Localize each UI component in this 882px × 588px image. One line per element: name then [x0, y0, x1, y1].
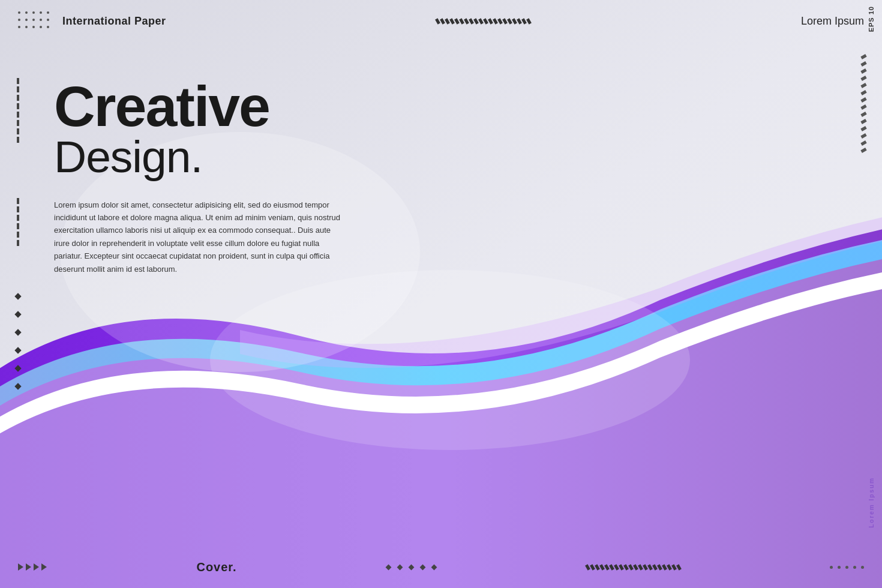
- top-center-dashes: [436, 19, 530, 24]
- header-lorem-ipsum: Lorem Ipsum: [801, 15, 864, 28]
- bottom-dash-decoration: [586, 565, 680, 570]
- bottom-dots-decoration: [830, 566, 864, 569]
- subheadline: Design.: [54, 132, 342, 182]
- eps-label: EPS 10: [868, 6, 875, 32]
- top-bar: International Paper Lorem Ipsum: [0, 0, 882, 42]
- left-dash-decoration-top: [17, 78, 19, 143]
- dot-grid-decoration: [18, 11, 52, 31]
- top-left-section: International Paper: [18, 11, 166, 31]
- left-dash-decoration-mid: [17, 198, 19, 246]
- page: International Paper Lorem Ipsum EPS 10: [0, 0, 882, 588]
- headline: Creative: [54, 78, 342, 135]
- main-content: Creative Design. Lorem ipsum dolor sit a…: [54, 78, 342, 275]
- right-dash-decoration: [862, 54, 865, 153]
- brand-name: International Paper: [62, 15, 166, 28]
- bottom-diamond-decorations: [386, 565, 436, 569]
- left-diamond-decorations: [16, 294, 20, 389]
- body-text: Lorem ipsum dolor sit amet, consectetur …: [54, 199, 342, 276]
- bottom-bar: Cover.: [0, 546, 882, 588]
- right-vertical-lorem: Lorem Ipsum: [868, 477, 875, 528]
- bottom-arrows-decoration: [18, 563, 47, 571]
- cover-label: Cover.: [196, 560, 236, 574]
